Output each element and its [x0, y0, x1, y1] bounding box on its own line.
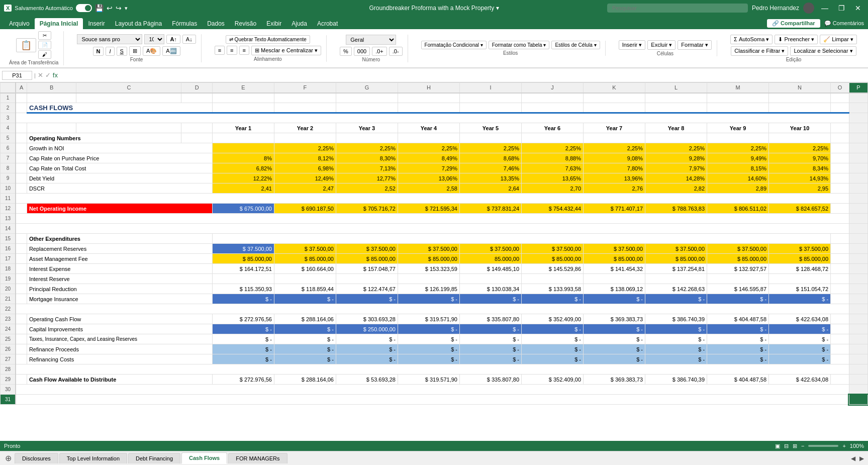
- cell-h7[interactable]: 8,49%: [398, 153, 459, 163]
- cell-n10[interactable]: 2,95: [769, 183, 831, 194]
- cell-h8[interactable]: 7,29%: [398, 163, 459, 173]
- cell-p4[interactable]: [849, 123, 867, 133]
- cell-j7[interactable]: 8,88%: [522, 153, 584, 163]
- cell-a30[interactable]: [16, 385, 849, 395]
- fill-color-button[interactable]: A🎨: [143, 46, 160, 56]
- cell-f10[interactable]: 2,47: [274, 183, 336, 194]
- cell-i2[interactable]: [459, 103, 521, 113]
- cell-n5[interactable]: [769, 133, 831, 143]
- cell-o27[interactable]: [831, 354, 849, 364]
- insert-function-icon[interactable]: fx: [53, 71, 58, 79]
- cell-l25[interactable]: $ -: [645, 334, 707, 344]
- cell-h1[interactable]: [398, 93, 459, 103]
- merge-center-button[interactable]: ⊞ Mesclar e Centralizar ▾: [251, 46, 321, 55]
- cell-p1[interactable]: [849, 93, 867, 103]
- cell-a25[interactable]: [16, 334, 27, 344]
- cell-o18[interactable]: [831, 264, 849, 274]
- cell-g18[interactable]: $ 157.048,77: [336, 264, 398, 274]
- cell-e23[interactable]: $ 272.976,56: [212, 314, 274, 324]
- cell-o1[interactable]: [831, 93, 849, 103]
- cell-b26[interactable]: Refinance Proceeds: [27, 344, 212, 354]
- cell-n16[interactable]: $ 37.500,00: [769, 244, 831, 254]
- cell-f12[interactable]: $ 690.187,50: [274, 204, 336, 214]
- cell-o16[interactable]: [831, 244, 849, 254]
- cell-n26[interactable]: $ -: [769, 344, 831, 354]
- maximize-button[interactable]: ❐: [835, 4, 848, 12]
- cell-i26[interactable]: $ -: [459, 344, 521, 354]
- cell-h23[interactable]: $ 319.571,90: [398, 314, 459, 324]
- cell-f8[interactable]: 6,98%: [274, 163, 336, 173]
- cell-n21[interactable]: $ -: [769, 294, 831, 304]
- cell-l23[interactable]: $ 386.740,39: [645, 314, 707, 324]
- sheet-tab-debt-financing[interactable]: Debt Financing: [128, 453, 180, 463]
- cell-b4[interactable]: [27, 123, 76, 133]
- cell-a28[interactable]: [16, 364, 849, 375]
- cell-p22[interactable]: [849, 304, 867, 314]
- cell-o23[interactable]: [831, 314, 849, 324]
- cell-a22[interactable]: [16, 304, 849, 314]
- cell-a11[interactable]: [16, 194, 849, 204]
- autosave-toggle[interactable]: [76, 4, 92, 12]
- cell-i27[interactable]: $ -: [459, 354, 521, 364]
- cell-a26[interactable]: [16, 344, 27, 354]
- cell-j19[interactable]: [522, 274, 584, 284]
- cell-i16[interactable]: $ 37.500,00: [459, 244, 521, 254]
- cell-b16[interactable]: Replacement Reserves: [27, 244, 212, 254]
- zoom-in-icon[interactable]: +: [842, 443, 845, 449]
- cell-l7[interactable]: 9,28%: [645, 153, 707, 163]
- tab-arquivo[interactable]: Arquivo: [4, 18, 35, 29]
- cell-m25[interactable]: $ -: [707, 334, 769, 344]
- cell-h2[interactable]: [398, 103, 459, 113]
- cell-e17[interactable]: $ 85.000,00: [212, 254, 274, 264]
- cell-k8[interactable]: 7,80%: [584, 163, 645, 173]
- cell-l1[interactable]: [645, 93, 707, 103]
- cell-p8[interactable]: [849, 163, 867, 173]
- cell-n7[interactable]: 9,70%: [769, 153, 831, 163]
- cell-a29[interactable]: [16, 375, 27, 385]
- cell-e20[interactable]: $ 115.350,93: [212, 284, 274, 294]
- cell-j25[interactable]: $ -: [522, 334, 584, 344]
- cell-f19[interactable]: [274, 274, 336, 284]
- cell-n8[interactable]: 8,34%: [769, 163, 831, 173]
- cell-g29[interactable]: $ 53.693,28: [336, 375, 398, 385]
- italic-button[interactable]: I: [106, 47, 114, 56]
- cell-a1[interactable]: [16, 93, 27, 103]
- underline-button[interactable]: S: [117, 47, 127, 56]
- cell-g17[interactable]: $ 85.000,00: [336, 254, 398, 264]
- cell-p12[interactable]: [849, 204, 867, 214]
- page-layout-icon[interactable]: ⊟: [784, 443, 789, 449]
- cell-k2[interactable]: [584, 103, 645, 113]
- cell-i4[interactable]: Year 5: [459, 123, 521, 133]
- cell-styles-button[interactable]: Estilos de Célula ▾: [551, 41, 600, 49]
- file-dropdown-icon[interactable]: ▾: [496, 5, 499, 12]
- cell-p27[interactable]: [849, 354, 867, 364]
- normal-view-icon[interactable]: ▣: [775, 443, 780, 449]
- cell-j12[interactable]: $ 754.432,44: [522, 204, 584, 214]
- cell-g23[interactable]: $ 303.693,28: [336, 314, 398, 324]
- cell-e19[interactable]: [212, 274, 274, 284]
- cell-j29[interactable]: $ 352.409,00: [522, 375, 584, 385]
- cell-j21[interactable]: $ -: [522, 294, 584, 304]
- close-button[interactable]: ✕: [852, 4, 864, 12]
- tab-ajuda[interactable]: Ajuda: [286, 18, 312, 29]
- sheet-tab-disclosures[interactable]: Disclosures: [15, 453, 58, 463]
- cell-h24[interactable]: $ -: [398, 324, 459, 334]
- cell-e1[interactable]: [212, 93, 274, 103]
- tab-exibir[interactable]: Exibir: [261, 18, 286, 29]
- cell-a16[interactable]: [16, 244, 27, 254]
- cell-l16[interactable]: $ 37.500,00: [645, 244, 707, 254]
- cell-n6[interactable]: 2,25%: [769, 143, 831, 153]
- cell-m1[interactable]: [707, 93, 769, 103]
- cell-i25[interactable]: $ -: [459, 334, 521, 344]
- cell-i5[interactable]: [459, 133, 521, 143]
- cell-p29[interactable]: [849, 375, 867, 385]
- cell-p17[interactable]: [849, 254, 867, 264]
- cell-h5[interactable]: [398, 133, 459, 143]
- cell-a15[interactable]: [16, 234, 27, 244]
- decrease-font-button[interactable]: A↓: [182, 35, 196, 44]
- cell-h17[interactable]: $ 85.000,00: [398, 254, 459, 264]
- cell-o5[interactable]: [831, 133, 849, 143]
- cell-e29[interactable]: $ 272.976,56: [212, 375, 274, 385]
- cell-f4[interactable]: Year 2: [274, 123, 336, 133]
- clear-button[interactable]: 🧹 Limpar ▾: [820, 35, 857, 44]
